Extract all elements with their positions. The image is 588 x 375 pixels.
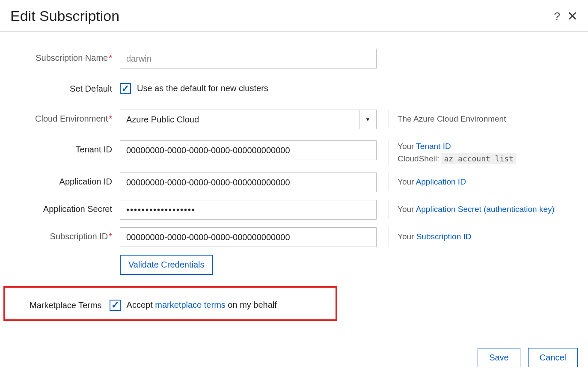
dialog-header: Edit Subscription ? ✕	[0, 0, 588, 32]
label-application-id: Application ID	[10, 173, 120, 187]
row-subscription-id: Subscription ID Your Subscription ID	[10, 227, 578, 247]
row-set-default: Set Default Use as the default for new c…	[10, 80, 578, 98]
set-default-checkbox-label: Use as the default for new clusters	[137, 83, 268, 93]
subscription-id-link[interactable]: Subscription ID	[416, 232, 472, 241]
hint-tenant-id: Your Tenant ID CloudShell: az account li…	[389, 140, 578, 165]
tenant-id-link[interactable]: Tenant ID	[416, 142, 451, 151]
tenant-id-input[interactable]	[120, 140, 377, 160]
form-body: Subscription Name Set Default Use as the…	[0, 32, 588, 340]
row-application-secret: Application Secret Your Application Secr…	[10, 200, 578, 220]
edit-subscription-dialog: Edit Subscription ? ✕ Subscription Name …	[0, 0, 588, 375]
application-secret-input[interactable]	[120, 200, 377, 220]
application-secret-link[interactable]: Application Secret (authentication key)	[416, 205, 555, 214]
dialog-footer: Save Cancel	[0, 340, 588, 375]
subscription-name-input[interactable]	[120, 49, 377, 68]
hint-application-secret: Your Application Secret (authentication …	[389, 200, 578, 219]
label-set-default: Set Default	[10, 80, 120, 94]
row-validate: Validate Credentials	[10, 255, 578, 275]
label-application-secret: Application Secret	[10, 200, 120, 214]
application-id-link[interactable]: Application ID	[416, 177, 466, 186]
row-marketplace-terms: Marketplace Terms Accept marketplace ter…	[5, 296, 336, 311]
chevron-down-icon: ▼	[359, 110, 376, 129]
subscription-id-input[interactable]	[120, 227, 377, 247]
marketplace-terms-label: Accept marketplace terms on my behalf	[127, 300, 277, 310]
marketplace-terms-link[interactable]: marketplace terms	[155, 300, 226, 310]
hint-application-id: Your Application ID	[389, 173, 578, 191]
row-cloud-environment: Cloud Environment Azure Public Cloud ▼ T…	[10, 110, 578, 129]
cloud-environment-value: Azure Public Cloud	[126, 115, 359, 125]
row-application-id: Application ID Your Application ID	[10, 173, 578, 192]
validate-credentials-button[interactable]: Validate Credentials	[120, 255, 213, 275]
cloudshell-command: az account list	[441, 153, 516, 164]
marketplace-terms-checkbox[interactable]	[110, 300, 121, 311]
cancel-button[interactable]: Cancel	[528, 348, 578, 367]
application-id-input[interactable]	[120, 173, 377, 192]
help-icon[interactable]: ?	[554, 11, 560, 22]
label-subscription-id: Subscription ID	[10, 227, 120, 241]
cloud-environment-select[interactable]: Azure Public Cloud ▼	[120, 110, 377, 129]
set-default-checkbox[interactable]	[120, 83, 131, 94]
dialog-title: Edit Subscription	[10, 8, 547, 24]
row-subscription-name: Subscription Name	[10, 49, 578, 68]
row-tenant-id: Tenant ID Your Tenant ID CloudShell: az …	[10, 140, 578, 165]
label-marketplace-terms: Marketplace Terms	[12, 296, 110, 310]
marketplace-terms-highlight: Marketplace Terms Accept marketplace ter…	[3, 286, 337, 321]
label-tenant-id: Tenant ID	[10, 140, 120, 155]
label-cloud-environment: Cloud Environment	[10, 110, 120, 124]
label-subscription-name: Subscription Name	[10, 49, 120, 63]
save-button[interactable]: Save	[478, 348, 520, 367]
close-icon[interactable]: ✕	[567, 10, 578, 23]
hint-subscription-id: Your Subscription ID	[389, 227, 578, 246]
hint-cloud-environment: The Azure Cloud Environment	[389, 110, 578, 128]
